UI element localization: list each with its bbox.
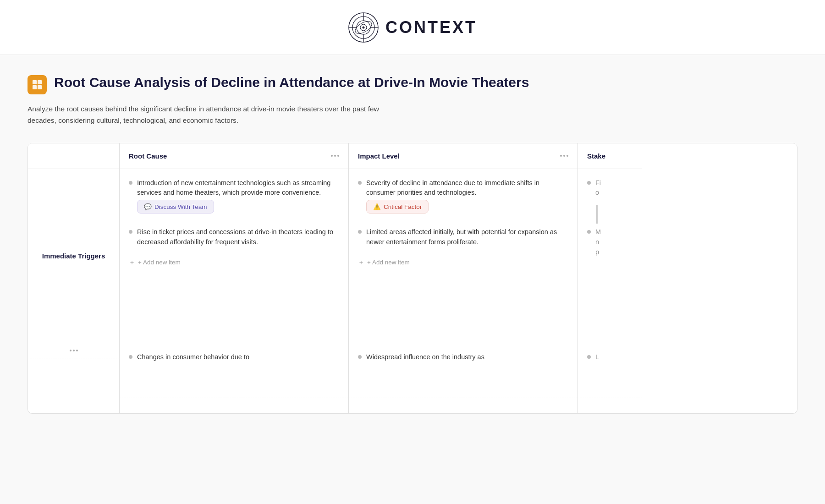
impact-item-2: Limited areas affected initially, but wi… <box>358 227 568 247</box>
label-column: Immediate Triggers <box>28 143 120 413</box>
stakeholders-row1-cell: Fio Mnp <box>578 169 642 343</box>
svg-rect-10 <box>33 80 37 84</box>
impact-row2-cell: Widespread influence on the industry as <box>349 343 578 398</box>
svg-rect-11 <box>38 80 42 84</box>
data-table: Immediate Triggers Root Cause <box>28 143 798 414</box>
critical-icon: ⚠️ <box>373 203 381 210</box>
root-cause-header: Root Cause <box>120 143 348 169</box>
row-label-2 <box>28 358 119 413</box>
root-cause-item-3: Changes in consumer behavior due to <box>129 352 339 362</box>
impact-dot-2 <box>358 230 362 234</box>
impact-dot-1 <box>358 181 362 185</box>
root-cause-row1-cell: Introduction of new entertainment techno… <box>120 169 348 343</box>
logo-text: CONTEXT <box>385 18 477 37</box>
impact-dot-3 <box>358 355 362 359</box>
impact-item-2-text: Limited areas affected initially, but wi… <box>366 227 568 247</box>
impact-level-column: Impact Level Severity of decline in atte… <box>349 143 578 413</box>
stakeholders-row2-cell: L <box>578 343 642 398</box>
page-content: Root Cause Analysis of Decline in Attend… <box>0 55 825 432</box>
impact-item-3: Widespread influence on the industry as <box>358 352 568 362</box>
discuss-icon: 💬 <box>144 203 152 210</box>
discuss-with-team-button[interactable]: 💬 Discuss With Team <box>137 200 214 214</box>
svg-point-4 <box>362 26 364 28</box>
svg-rect-12 <box>33 85 37 89</box>
stake-dot-1 <box>587 181 591 185</box>
stake-item-3: L <box>587 352 633 362</box>
bullet-dot-3 <box>129 355 132 359</box>
label-col-header <box>28 143 119 169</box>
stake-item-1-text: Fio <box>595 178 601 198</box>
root-cause-item-2: Rise in ticket prices and concessions at… <box>129 227 339 247</box>
row-label-immediate-triggers: Immediate Triggers <box>28 169 119 343</box>
impact-item-1-text: Severity of decline in attendance due to… <box>366 179 539 197</box>
impact-add-item[interactable]: ＋ + Add new item <box>358 255 568 267</box>
stake-item-1: Fio <box>587 178 633 198</box>
stake-dot-3 <box>587 355 591 359</box>
impact-level-header: Impact Level <box>349 143 578 169</box>
stake-item-2: Mnp <box>587 227 633 257</box>
critical-label: Critical Factor <box>384 203 422 210</box>
critical-factor-button[interactable]: ⚠️ Critical Factor <box>366 200 429 214</box>
root-cause-item-1-text: Introduction of new entertainment techno… <box>137 179 330 197</box>
title-icon <box>28 75 47 94</box>
root-cause-menu[interactable] <box>331 155 339 157</box>
root-cause-item-1: Introduction of new entertainment techno… <box>129 178 339 220</box>
impact-level-menu[interactable] <box>560 155 568 157</box>
stakeholders-label: Stake <box>587 152 605 160</box>
root-cause-add-item[interactable]: ＋ + Add new item <box>129 255 339 267</box>
add-label: + Add new item <box>138 259 181 266</box>
stake-item-2-text: Mnp <box>595 227 601 257</box>
root-cause-row2-cell: Changes in consumer behavior due to <box>120 343 348 398</box>
app-header: CONTEXT <box>0 0 825 55</box>
bullet-dot-1 <box>129 181 132 185</box>
discuss-label: Discuss With Team <box>154 203 207 210</box>
impact-level-label: Impact Level <box>358 152 400 160</box>
stakeholders-header: Stake <box>578 143 642 169</box>
title-section: Root Cause Analysis of Decline in Attend… <box>28 73 798 94</box>
root-cause-label: Root Cause <box>129 152 167 160</box>
impact-add-icon: ＋ <box>358 258 364 267</box>
root-cause-column: Root Cause Introduction of new entertain… <box>120 143 349 413</box>
page-title: Root Cause Analysis of Decline in Attend… <box>54 73 529 91</box>
table-container: Immediate Triggers Root Cause <box>28 143 797 413</box>
root-cause-item-3-text: Changes in consumer behavior due to <box>137 352 249 362</box>
root-cause-item-2-text: Rise in ticket prices and concessions at… <box>137 227 339 247</box>
page-description: Analyze the root causes behind the signi… <box>28 104 403 126</box>
stake-dot-2 <box>587 230 591 234</box>
svg-rect-13 <box>38 85 42 89</box>
add-icon: ＋ <box>129 258 135 267</box>
impact-item-1: Severity of decline in attendance due to… <box>358 178 568 220</box>
row-options-1[interactable] <box>28 343 119 358</box>
stake-item-3-text: L <box>595 352 599 362</box>
row-dots-button[interactable] <box>67 347 81 354</box>
stakeholders-column: Stake Fio Mnp <box>578 143 642 413</box>
impact-add-label: + Add new item <box>367 259 410 266</box>
bullet-dot-2 <box>129 230 132 234</box>
impact-row1-cell: Severity of decline in attendance due to… <box>349 169 578 343</box>
logo-icon <box>348 12 379 43</box>
logo-container: CONTEXT <box>348 12 477 43</box>
impact-item-3-text: Widespread influence on the industry as <box>366 352 484 362</box>
